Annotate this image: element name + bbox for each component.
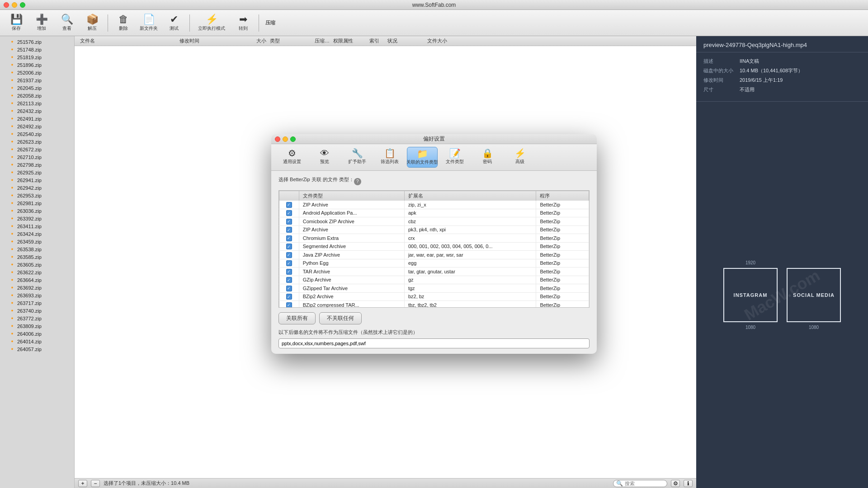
checkbox[interactable]: ✓ [286,210,292,216]
col-header-ext: 扩展名 [404,191,536,201]
dialog-min-button[interactable] [283,136,288,142]
checkbox[interactable]: ✓ [286,260,292,266]
checkbox[interactable]: ✓ [286,294,292,300]
file-ext: zip, zi_x [404,201,536,209]
file-ext: apk [404,209,536,217]
checkbox[interactable]: ✓ [286,202,292,208]
file-type-name: TAR Archive [299,267,404,276]
file-type-name: Java ZIP Archive [299,251,404,259]
checkbox-cell[interactable]: ✓ [279,259,299,267]
file-types-table: 文件类型 扩展名 程序 ✓ ZIP Archive zip, zi_x Bett… [279,191,589,308]
checkbox-cell[interactable]: ✓ [279,217,299,226]
file-type-row[interactable]: ✓ GZip Archive gz BetterZip [279,276,589,284]
disassociate-button[interactable]: 不关联任何 [319,312,362,324]
tab-advanced-label: 高级 [515,159,524,165]
tab-file-types[interactable]: 📁 关联的文件类型 [407,147,438,168]
dialog-content: 选择 BetterZip 关联 的文件 类型： ? 文件类型 扩展名 程序 [271,171,597,354]
file-ext: 000, 001, 002, 003, 004, 005, 006, 0... [404,242,536,251]
tab-advanced[interactable]: ⚡ 高级 [505,147,535,168]
file-types-icon: 📁 [417,149,428,158]
tab-select-list-label: 筛选列表 [381,159,399,165]
file-type-name: Chromium Extra [299,234,404,243]
dialog-titlebar: 偏好设置 [271,134,597,144]
file-ext: jar, war, ear, par, wsr, sar [404,251,536,259]
file-ext: pk3, pk4, nth, xpi [404,225,536,234]
file-type-name: ZIP Archive [299,201,404,209]
checkbox[interactable]: ✓ [286,252,292,258]
file-type-name: BZip2 compressed TAR... [299,301,404,308]
col-header-type: 文件类型 [299,191,404,201]
checkbox-cell[interactable]: ✓ [279,267,299,276]
checkbox-cell[interactable]: ✓ [279,242,299,251]
checkbox[interactable]: ✓ [286,244,292,249]
file-type-row[interactable]: ✓ TAR Archive tar, gtar, gnutar, ustar B… [279,267,589,276]
file-type-name: Android Application Pa... [299,209,404,217]
checkbox-cell[interactable]: ✓ [279,292,299,301]
help-button[interactable]: ? [354,178,361,185]
file-type-row[interactable]: ✓ ZIP Archive pk3, pk4, nth, xpi BetterZ… [279,225,589,234]
file-type-row[interactable]: ✓ Chromium Extra crx BetterZip [279,234,589,243]
file-prog: BetterZip [536,251,589,259]
dialog-btn-row: 关联所有 不关联任何 [278,312,590,324]
checkbox-cell[interactable]: ✓ [279,225,299,234]
file-type-row[interactable]: ✓ Python Egg egg BetterZip [279,259,589,267]
checkbox[interactable]: ✓ [286,235,292,241]
file-type-name: GZipped Tar Archive [299,284,404,293]
tab-select-list[interactable]: 📋 筛选列表 [374,147,405,168]
checkbox[interactable]: ✓ [286,302,292,308]
checkbox[interactable]: ✓ [286,269,292,275]
associate-all-button[interactable]: 关联所有 [278,312,316,324]
exclude-input[interactable] [278,338,590,348]
preview-icon: 👁 [320,149,329,158]
file-type-row[interactable]: ✓ Java ZIP Archive jar, war, ear, par, w… [279,251,589,259]
file-type-row[interactable]: ✓ ZIP Archive zip, zi_x BetterZip [279,201,589,209]
file-type-row[interactable]: ✓ Segmented Archive 000, 001, 002, 003, … [279,242,589,251]
file-prog: BetterZip [536,284,589,293]
file-type-row[interactable]: ✓ Comicbook ZIP Archive cbz BetterZip [279,217,589,226]
checkbox[interactable]: ✓ [286,227,292,233]
file-prog: BetterZip [536,201,589,209]
checkbox[interactable]: ✓ [286,277,292,283]
checkbox-cell[interactable]: ✓ [279,234,299,243]
file-type-name: Segmented Archive [299,242,404,251]
checkbox-cell[interactable]: ✓ [279,209,299,217]
file-type-name: Comicbook ZIP Archive [299,217,404,226]
checkbox-cell[interactable]: ✓ [279,284,299,293]
tab-file-type2[interactable]: 📝 文件类型 [439,147,470,168]
file-prog: BetterZip [536,259,589,267]
password-icon: 🔒 [482,149,493,158]
file-prog: BetterZip [536,234,589,243]
tab-helper[interactable]: 🔧 扩予助手 [342,147,373,168]
dialog-close-button[interactable] [275,136,280,142]
file-types-table-scroll[interactable]: 文件类型 扩展名 程序 ✓ ZIP Archive zip, zi_x Bett… [278,190,590,308]
checkbox[interactable]: ✓ [286,286,292,291]
file-prog: BetterZip [536,217,589,226]
file-ext: cbz [404,217,536,226]
tab-preview[interactable]: 👁 预览 [309,147,340,168]
checkbox-cell[interactable]: ✓ [279,201,299,209]
file-type-row[interactable]: ✓ BZip2 compressed TAR... tbz, tbz2, tb2… [279,301,589,308]
checkbox-cell[interactable]: ✓ [279,301,299,308]
file-ext: egg [404,259,536,267]
dialog-toolbar: ⚙ 通用设置 👁 预览 🔧 扩予助手 📋 筛选列表 📁 关联的文件类型 📝 [271,144,597,171]
file-ext: tgz [404,284,536,293]
tab-file-types-label: 关联的文件类型 [406,159,438,165]
file-prog: BetterZip [536,209,589,217]
checkbox-cell[interactable]: ✓ [279,276,299,284]
file-type-name: ZIP Archive [299,225,404,234]
dialog-max-button[interactable] [290,136,296,142]
dialog-note: 以下后缀名的文件将不作为压缩文件（虽然技术上讲它们是的） [278,329,590,336]
col-header-prog: 程序 [536,191,589,201]
tab-general[interactable]: ⚙ 通用设置 [277,147,307,168]
file-type-row[interactable]: ✓ BZip2 Archive bz2, bz BetterZip [279,292,589,301]
tab-file-type2-label: 文件类型 [446,159,464,165]
file-type-row[interactable]: ✓ GZipped Tar Archive tgz BetterZip [279,284,589,293]
file-type2-icon: 📝 [449,149,461,158]
general-icon: ⚙ [288,149,296,158]
checkbox[interactable]: ✓ [286,219,292,225]
checkbox-cell[interactable]: ✓ [279,251,299,259]
file-type-row[interactable]: ✓ Android Application Pa... apk BetterZi… [279,209,589,217]
file-type-name: Python Egg [299,259,404,267]
file-types-tbody: ✓ ZIP Archive zip, zi_x BetterZip ✓ Andr… [279,201,589,308]
tab-password[interactable]: 🔒 密码 [472,147,503,168]
